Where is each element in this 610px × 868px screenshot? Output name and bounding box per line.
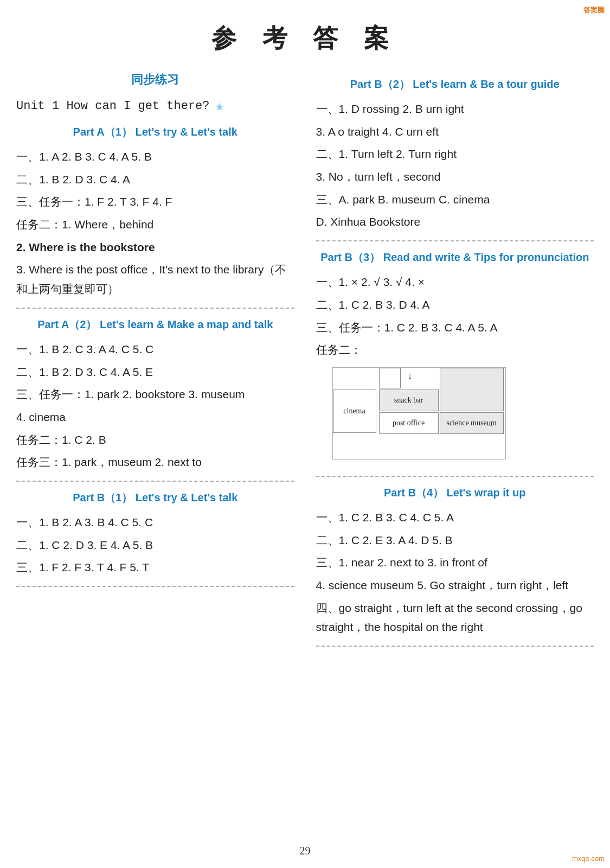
arrow-right-icon: → xyxy=(485,419,495,431)
answer-line: 3. No，turn left，second xyxy=(316,167,594,187)
watermark-top: 答案圈 xyxy=(583,5,605,15)
divider xyxy=(16,481,294,482)
map-cell-topright xyxy=(440,368,504,411)
part-b1-title: Part B（1） Let's try & Let's talk xyxy=(16,490,294,505)
part-b2-title: Part B（2） Let's learn & Be a tour guide xyxy=(316,77,594,92)
map-cell-snackbar: snack bar xyxy=(379,390,439,411)
answer-line: 三、任务一：1. C 2. B 3. C 4. A 5. A xyxy=(316,318,594,337)
part-a1-answers: 一、1. A 2. B 3. C 4. A 5. B 二、1. B 2. D 3… xyxy=(16,147,294,299)
answer-line: 任务二：1. C 2. B xyxy=(16,430,294,450)
answer-line: 四、go straight，turn left at the second cr… xyxy=(316,598,594,637)
answer-line: 三、1. near 2. next to 3. in front of xyxy=(316,553,594,572)
star-icon: ★ xyxy=(215,97,224,115)
part-b4-answers: 一、1. C 2. B 3. C 4. C 5. A 二、1. C 2. E 3… xyxy=(316,508,594,637)
divider xyxy=(316,646,594,647)
answer-line: 一、1. D rossing 2. B urn ight xyxy=(316,99,594,119)
map-cell-topleft xyxy=(379,368,401,388)
part-a1-title: Part A（1） Let's try & Let's talk xyxy=(16,125,294,139)
answer-line: 一、1. × 2. √ 3. √ 4. × xyxy=(316,272,594,292)
answer-line: 一、1. A 2. B 3. C 4. A 5. B xyxy=(16,147,294,167)
unit-title: Unit 1 How can I get there? ★ xyxy=(16,97,294,115)
answer-line: 二、1. C 2. E 3. A 4. D 5. B xyxy=(316,531,594,550)
map-cell-cinema: cinema xyxy=(333,390,376,433)
part-a2-answers: 一、1. B 2. C 3. A 4. C 5. C 二、1. B 2. D 3… xyxy=(16,340,294,472)
answer-line: 2. Where is the bookstore xyxy=(16,238,294,257)
part-b2-answers: 一、1. D rossing 2. B urn ight 3. A o trai… xyxy=(316,99,594,232)
answer-line: 三、任务一：1. F 2. T 3. F 4. F xyxy=(16,192,294,212)
answer-line: 3. A o traight 4. C urn eft xyxy=(316,122,594,142)
divider xyxy=(316,476,594,477)
answer-line: 二、1. C 2. D 3. E 4. A 5. B xyxy=(16,535,294,555)
answer-line: 任务三：1. park，museum 2. next to xyxy=(16,452,294,472)
answer-line: 4. cinema xyxy=(16,407,294,427)
page-number: 29 xyxy=(300,845,311,857)
page-title: 参 考 答 案 xyxy=(0,0,610,72)
section-title: 同步练习 xyxy=(16,72,294,88)
answer-line: 二、1. C 2. B 3. D 4. A xyxy=(316,295,594,315)
answer-line: 二、1. B 2. D 3. C 4. A xyxy=(16,170,294,189)
watermark-bottom: mxqe.com xyxy=(572,854,605,863)
part-b3-answers: 一、1. × 2. √ 3. √ 4. × 二、1. C 2. B 3. D 4… xyxy=(316,272,594,360)
part-a2-title: Part A（2） Let's learn & Make a map and t… xyxy=(16,317,294,332)
answer-line: 三、任务一：1. park 2. bookstore 3. museum xyxy=(16,385,294,404)
answer-line: 任务二：1. Where，behind xyxy=(16,215,294,234)
answer-line: 一、1. B 2. C 3. A 4. C 5. C xyxy=(16,340,294,359)
answer-line: 4. science museum 5. Go straight，turn ri… xyxy=(316,576,594,595)
part-b1-answers: 一、1. B 2. A 3. B 4. C 5. C 二、1. C 2. D 3… xyxy=(16,513,294,577)
answer-line: 任务二： xyxy=(316,340,594,360)
answer-line: 3. Where is the post office，It's next to… xyxy=(16,260,294,298)
map-cell-postoffice: post office xyxy=(379,412,439,434)
answer-line: 一、1. C 2. B 3. C 4. C 5. A xyxy=(316,508,594,527)
answer-line: 三、A. park B. museum C. cinema xyxy=(316,190,594,209)
divider xyxy=(16,308,294,309)
answer-line: D. Xinhua Bookstore xyxy=(316,212,594,232)
answer-line: 一、1. B 2. A 3. B 4. C 5. C xyxy=(16,513,294,532)
left-column: 同步练习 Unit 1 How can I get there? ★ Part … xyxy=(16,72,300,655)
divider xyxy=(16,586,294,587)
divider xyxy=(316,240,594,241)
part-b3-title: Part B（3） Read and write & Tips for pron… xyxy=(316,250,594,265)
arrow-down-icon: ↓ xyxy=(408,371,413,382)
answer-line: 二、1. B 2. D 3. C 4. A 5. E xyxy=(16,362,294,382)
map-diagram: ↓ cinema snack bar post office science m… xyxy=(332,367,506,459)
part-b4-title: Part B（4） Let's wrap it up xyxy=(316,486,594,500)
right-column: Part B（2） Let's learn & Be a tour guide … xyxy=(311,72,594,655)
answer-line: 二、1. Turn left 2. Turn right xyxy=(316,144,594,164)
answer-line: 三、1. F 2. F 3. T 4. F 5. T xyxy=(16,558,294,577)
